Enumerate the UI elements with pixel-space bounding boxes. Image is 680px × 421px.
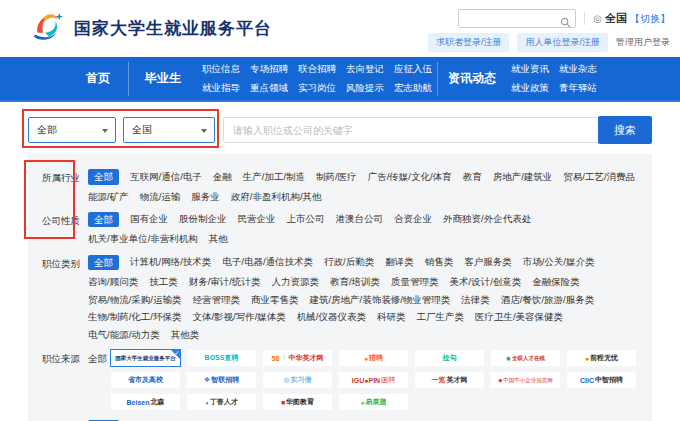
filter-item[interactable]: 医疗卫生/美容保健类 xyxy=(475,312,563,322)
filter-item[interactable]: 政府/非盈利机构/其他 xyxy=(231,192,322,202)
filter-item[interactable]: 翻译类 xyxy=(385,257,414,267)
filter-item[interactable]: 电子/电器/通信技术类 xyxy=(222,257,313,267)
filter-item[interactable]: 贸易/物流/采购/运输类 xyxy=(88,295,181,305)
filter-item[interactable]: 市场/公关/媒介类 xyxy=(523,257,595,267)
filter-item[interactable]: 金融 xyxy=(213,172,232,182)
region-dropdown[interactable]: 全国 xyxy=(123,117,215,143)
nav-link[interactable]: 青年驿站 xyxy=(559,82,597,95)
region-switch-link[interactable]: 【切换】 xyxy=(630,12,670,26)
filter-item[interactable]: 销售类 xyxy=(425,257,454,267)
filter-all-chip[interactable]: 全部 xyxy=(88,255,119,271)
category-dropdown[interactable]: 全部 xyxy=(28,117,116,143)
filter-item[interactable]: 技工类 xyxy=(149,277,178,287)
header-search-box[interactable] xyxy=(458,9,576,28)
filter-item[interactable]: 贸易/工艺/消费品 xyxy=(563,172,635,182)
filter-item[interactable]: 美术/设计/创意类 xyxy=(450,277,522,287)
filter-item[interactable]: 外商独资/外企代表处 xyxy=(443,214,531,224)
keyword-input[interactable] xyxy=(223,117,598,143)
nav-link[interactable]: 风险提示 xyxy=(346,82,384,95)
filter-item[interactable]: 咨询/顾问类 xyxy=(88,277,138,287)
site-logo[interactable]: 国家大学生就业服务平台 xyxy=(28,10,272,48)
filter-item[interactable]: 酒店/餐饮/旅游/服务类 xyxy=(501,295,594,305)
source-all-link[interactable]: 全部 xyxy=(88,350,107,369)
search-icon[interactable] xyxy=(560,14,571,32)
filter-item[interactable]: 财务/审计/统计类 xyxy=(189,277,261,287)
source-tile[interactable]: 58丨中华英才网 xyxy=(263,350,332,366)
filter-item[interactable]: 上市公司 xyxy=(287,214,325,224)
source-tile[interactable]: 省市及高校 xyxy=(111,372,180,388)
nav-link[interactable]: 就业指导 xyxy=(202,82,240,95)
source-tile[interactable]: ● 易展翅 xyxy=(339,394,408,410)
source-tile[interactable]: ◆ 中国中小企业信息网 xyxy=(491,372,560,388)
nav-link[interactable]: 重点领域 xyxy=(250,82,288,95)
source-tile[interactable]: ■ 华图教育 xyxy=(263,394,332,410)
header-search-input[interactable] xyxy=(459,13,575,30)
filter-item[interactable]: 合资企业 xyxy=(394,214,432,224)
filter-item[interactable]: 法律类 xyxy=(461,295,490,305)
source-tile[interactable]: BOSS直聘 xyxy=(187,350,256,366)
filter-item[interactable]: 工厂生产类 xyxy=(416,312,464,322)
filter-item[interactable]: 电气/能源/动力类 xyxy=(88,330,160,340)
nav-link[interactable]: 去向登记 xyxy=(346,63,384,76)
nav-link[interactable]: 就业杂志 xyxy=(559,63,597,76)
nav-link[interactable]: 职位信息 xyxy=(202,63,240,76)
source-tile[interactable]: 一览英才网 xyxy=(415,372,484,388)
filter-item[interactable]: 能源/矿产 xyxy=(88,192,129,202)
filter-item[interactable]: 生物/制药/化工/环保类 xyxy=(88,312,181,322)
filter-item[interactable]: 其他 xyxy=(209,234,228,244)
filter-item[interactable]: 物流/运输 xyxy=(140,192,181,202)
nav-link[interactable]: 联合招聘 xyxy=(298,63,336,76)
employer-login-button[interactable]: 用人单位登录/注册 xyxy=(517,33,608,52)
admin-login-link[interactable]: 管理用户登录 xyxy=(616,36,670,49)
filter-item[interactable]: 建筑/房地产/装饰装修/物业管理类 xyxy=(309,295,450,305)
filter-item[interactable]: 教育/培训类 xyxy=(330,277,380,287)
jobseeker-login-button[interactable]: 求职者登录/注册 xyxy=(428,33,510,52)
filter-item[interactable]: 民营企业 xyxy=(238,214,276,224)
source-tile[interactable]: ◉ 全联人才在线 xyxy=(491,350,560,366)
source-tile[interactable]: ● 猎聘 xyxy=(339,350,408,366)
nav-home[interactable]: 首页 xyxy=(68,70,128,87)
filter-item[interactable]: 机械/仪器仪表类 xyxy=(297,312,366,322)
source-tile[interactable]: ◍ 实习僧 xyxy=(263,372,332,388)
nav-link[interactable]: 专场招聘 xyxy=(250,63,288,76)
filter-item[interactable]: 教育 xyxy=(463,172,482,182)
nav-link[interactable]: 实习岗位 xyxy=(298,82,336,95)
source-tile[interactable]: ◗ 丁香人才 xyxy=(187,394,256,410)
nav-news[interactable]: 资讯动态 xyxy=(448,70,496,87)
filter-item[interactable]: 计算机/网络/技术类 xyxy=(130,257,211,267)
nav-link[interactable]: 应征入伍 xyxy=(394,63,432,76)
source-tile[interactable]: 拉勾 xyxy=(415,350,484,366)
filter-item[interactable]: 客户服务类 xyxy=(464,257,512,267)
filter-item[interactable]: 广告/传媒/文化/体育 xyxy=(368,172,452,182)
filter-item[interactable]: 金融保险类 xyxy=(532,277,580,287)
nav-link[interactable]: 就业政策 xyxy=(511,82,549,95)
source-tile[interactable]: 国家大学生就业服务平台 xyxy=(111,350,180,366)
source-tile[interactable]: ● 前程无忧 xyxy=(567,350,636,366)
filter-item[interactable]: 房地产/建筑业 xyxy=(493,172,553,182)
source-tile[interactable]: IGU●PIN 国聘 xyxy=(339,372,408,388)
filter-all-chip[interactable]: 全部 xyxy=(88,169,119,185)
filter-item[interactable]: 质量管理类 xyxy=(391,277,439,287)
filter-item[interactable]: 商业零售类 xyxy=(251,295,299,305)
filter-item[interactable]: 文体/影视/写作/媒体类 xyxy=(192,312,285,322)
filter-item[interactable]: 制药/医疗 xyxy=(316,172,357,182)
filter-item[interactable]: 经营管理类 xyxy=(192,295,240,305)
source-tile[interactable]: Beisen北森 xyxy=(111,394,180,410)
filter-item[interactable]: 港澳台公司 xyxy=(336,214,384,224)
nav-link[interactable]: 就业资讯 xyxy=(511,63,549,76)
filter-item[interactable]: 服务业 xyxy=(191,192,220,202)
filter-item[interactable]: 其他类 xyxy=(171,330,200,340)
source-tile[interactable]: ❖ 智联招聘 xyxy=(187,372,256,388)
filter-item[interactable]: 股份制企业 xyxy=(179,214,227,224)
filter-item[interactable]: 国有企业 xyxy=(130,214,168,224)
source-tile[interactable]: CIiC 中智招聘 xyxy=(567,372,636,388)
filter-item[interactable]: 行政/后勤类 xyxy=(324,257,374,267)
nav-graduates[interactable]: 毕业生 xyxy=(145,70,181,87)
filter-item[interactable]: 机关/事业单位/非营利机构 xyxy=(88,234,198,244)
nav-link[interactable]: 宏志助航 xyxy=(394,82,432,95)
filter-item[interactable]: 互联网/通信/电子 xyxy=(130,172,202,182)
filter-item[interactable]: 生产/加工/制造 xyxy=(243,172,305,182)
filter-all-chip[interactable]: 全部 xyxy=(88,212,119,228)
search-button[interactable]: 搜索 xyxy=(598,116,652,144)
filter-item[interactable]: 人力资源类 xyxy=(271,277,319,287)
